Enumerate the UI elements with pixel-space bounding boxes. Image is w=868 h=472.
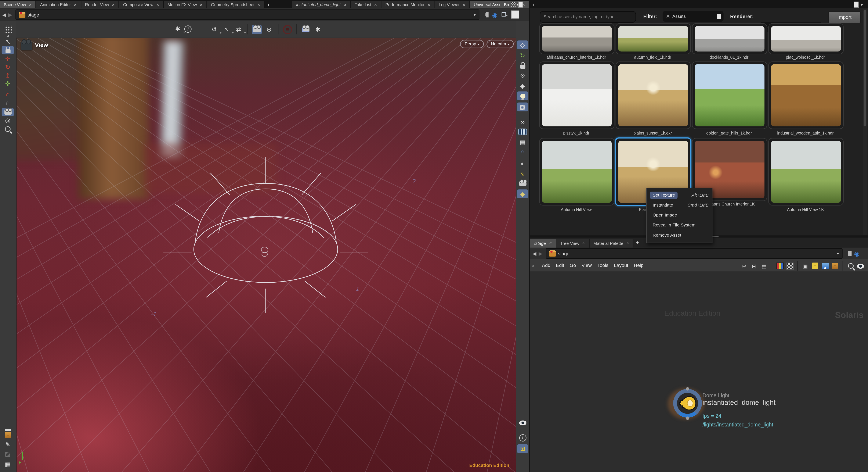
select-arrow-icon[interactable]: ↖▾: [221, 25, 231, 34]
filter-dropdown[interactable]: All Assets: [663, 11, 724, 22]
viewport[interactable]: 2 1 -1 View Persp▾ No cam▾ Education Edi…: [17, 38, 516, 472]
flipbook-film-icon[interactable]: ▦: [2, 460, 14, 469]
new-tab-button[interactable]: +: [529, 1, 537, 8]
close-icon[interactable]: ✕: [257, 3, 260, 7]
close-icon[interactable]: ✕: [112, 3, 115, 7]
frame-view-icon[interactable]: ⊕: [264, 25, 274, 34]
visibility-icon[interactable]: [856, 262, 865, 270]
hydra-delegate-icon[interactable]: ⇘: [517, 169, 528, 178]
close-icon[interactable]: ✕: [374, 3, 377, 7]
close-icon[interactable]: ✕: [582, 241, 585, 245]
settings-gear-icon[interactable]: ✱▾: [173, 24, 183, 34]
background-image-icon[interactable]: ⌂: [517, 147, 528, 156]
asset-scrollbar-thumb[interactable]: [864, 10, 866, 126]
view-camera-icon[interactable]: [2, 108, 14, 116]
collapse-icon[interactable]: ▲: [531, 264, 535, 267]
pause-icon[interactable]: [517, 127, 528, 136]
asset-thumbnail[interactable]: [539, 138, 615, 206]
visibility-eye-icon[interactable]: [517, 418, 528, 427]
camera-view-icon[interactable]: [252, 25, 262, 34]
asset-thumbnail[interactable]: [768, 23, 844, 54]
node-name[interactable]: instantiated_dome_light: [703, 399, 775, 407]
render-camera-icon[interactable]: [301, 25, 311, 34]
navigate-tool-icon[interactable]: ⇄▾: [234, 25, 244, 34]
flipbook-camera-icon[interactable]: [517, 179, 528, 188]
tab-tree-view[interactable]: Tree View✕: [556, 239, 589, 248]
node-output-connector[interactable]: [686, 416, 689, 420]
node-input-connector[interactable]: [686, 387, 689, 391]
network-tools-icon[interactable]: ✂: [740, 262, 748, 270]
menu-item-remove-asset[interactable]: Remove Asset: [647, 230, 712, 240]
pose-tool-icon[interactable]: ↥: [2, 71, 14, 80]
asset-thumbnail[interactable]: [616, 23, 691, 54]
menu-item-open-image[interactable]: Open Image: [647, 210, 712, 220]
geometry-display-icon[interactable]: ◐: [517, 159, 528, 168]
asset-thumbnail[interactable]: [539, 61, 615, 129]
menu-item-set-texture[interactable]: Set Texture Alt+LMB: [647, 190, 712, 200]
close-icon[interactable]: ✕: [549, 241, 552, 245]
grid-display-icon[interactable]: ◆: [517, 189, 528, 198]
palette-icon[interactable]: [775, 262, 784, 270]
close-icon[interactable]: ✕: [343, 3, 346, 7]
quad-view-icon[interactable]: ⊞: [517, 444, 528, 453]
node-layout-icon[interactable]: ▣: [801, 262, 809, 270]
pane-maximize-icon[interactable]: [518, 2, 523, 8]
pane-layout-icon[interactable]: [510, 2, 517, 8]
display-square-icon[interactable]: [511, 10, 519, 19]
help-icon[interactable]: ?: [184, 25, 192, 33]
projection-menu-button[interactable]: Persp▾: [460, 40, 484, 48]
tab-animation-editor[interactable]: Animation Editor✕: [36, 1, 81, 8]
dome-light-node[interactable]: [672, 387, 703, 420]
lights-off-icon[interactable]: ⊗: [517, 71, 528, 80]
sticky-note-icon[interactable]: ≡: [811, 262, 819, 270]
search-input[interactable]: [540, 11, 636, 23]
asset-crate-icon[interactable]: ≡: [831, 262, 839, 270]
find-icon[interactable]: [846, 262, 855, 270]
menu-add[interactable]: Add: [539, 263, 553, 268]
menu-go[interactable]: Go: [567, 263, 579, 268]
tab-material-palette[interactable]: Material Palette✕: [589, 239, 633, 248]
view-tool-icon[interactable]: ↺▾: [209, 25, 219, 34]
link-target-icon[interactable]: ◉: [854, 250, 859, 256]
snapshot-icon[interactable]: ▨: [2, 450, 14, 458]
pane-menu-caret-icon[interactable]: ▼: [860, 3, 864, 6]
path-caret-icon[interactable]: ▼: [473, 13, 476, 17]
new-tab-button[interactable]: +: [265, 1, 273, 8]
pane-maximize-icon[interactable]: [854, 2, 859, 8]
tab-performance-monitor[interactable]: Performance Monitor✕: [381, 1, 435, 8]
close-icon[interactable]: ✕: [428, 3, 430, 7]
tab-motion-fx-view[interactable]: Motion FX View✕: [164, 1, 207, 8]
asset-thumbnail[interactable]: [768, 61, 844, 129]
close-icon[interactable]: ✕: [156, 3, 159, 7]
asset-thumbnail[interactable]: [768, 138, 844, 206]
link-target-icon[interactable]: ◉: [492, 12, 497, 18]
stereo-glasses-icon[interactable]: ∞: [517, 117, 528, 126]
menu-item-instantiate[interactable]: Instantiate Cmd+LMB: [647, 200, 712, 210]
camera-select-button[interactable]: No cam▾: [487, 40, 514, 48]
path-caret-icon[interactable]: ▼: [836, 252, 840, 255]
hq-shading-icon[interactable]: ▩: [517, 102, 528, 112]
tab-take-list[interactable]: Take List✕: [351, 1, 381, 8]
snap-magnet-icon[interactable]: ∩: [2, 90, 14, 98]
close-icon[interactable]: ✕: [626, 241, 629, 245]
back-icon[interactable]: ◀: [532, 250, 536, 256]
forward-icon[interactable]: ▶: [538, 250, 542, 256]
lighting-icon[interactable]: [517, 91, 528, 100]
forward-icon[interactable]: ▶: [8, 12, 12, 18]
handles-tool-icon[interactable]: ✜: [2, 80, 14, 88]
rotate-tool-icon[interactable]: ↻: [2, 63, 14, 71]
tab-composite-view[interactable]: Composite View✕: [119, 1, 164, 8]
ground-plane-icon[interactable]: ◇: [517, 40, 528, 49]
asset-thumbnail[interactable]: [692, 23, 767, 54]
collapse-panel-icon[interactable]: ◀: [2, 33, 14, 38]
takes-notes-icon[interactable]: ✎: [2, 440, 14, 449]
pin-icon[interactable]: [846, 250, 852, 256]
back-icon[interactable]: ◀: [2, 12, 6, 18]
move-tool-icon[interactable]: ✛: [2, 55, 14, 63]
checker-icon[interactable]: [785, 262, 794, 270]
tool-palette-icon[interactable]: [2, 25, 14, 33]
network-canvas[interactable]: Education Edition Solaris Dome Light ins…: [530, 271, 868, 472]
tab-instantiated-dome-light[interactable]: instantiated_dome_light✕: [292, 1, 351, 8]
close-icon[interactable]: ✕: [74, 3, 76, 7]
display-settings-icon[interactable]: ✱: [313, 25, 323, 34]
